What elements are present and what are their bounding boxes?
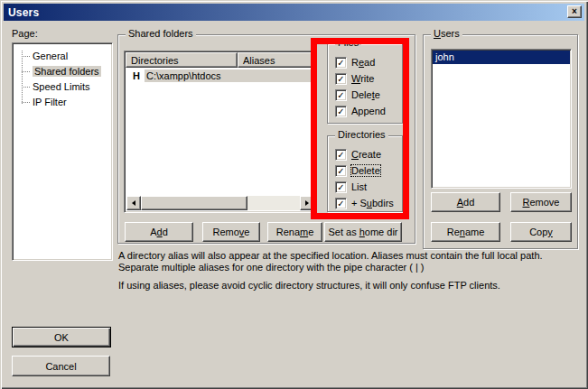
listview-header: Directories Aliases [126,52,315,68]
users-listbox[interactable]: john [431,49,572,189]
button-label: Cancel [45,361,76,372]
checkbox-label: Delete [351,165,380,176]
home-flag: H [133,70,145,81]
checkbox-delete-dir[interactable]: ✓ Delete [335,163,380,178]
page-item-label: General [33,51,68,61]
scrollbar-thumb[interactable] [141,196,247,210]
files-permissions-group: Files ✓ Read ✓ Write ✓ Delete ✓ Append [327,43,403,124]
set-as-home-dir-button[interactable]: Set as home dir [324,222,402,242]
checkbox-label: Append [351,106,386,116]
files-group-label: Files [335,37,361,49]
alias-note-1: A directory alias will also appear at th… [118,250,581,273]
page-label: Page: [12,28,38,39]
button-label: Add [150,227,168,237]
button-label: Remove [213,227,250,237]
button-label: Rename [447,227,485,237]
user-rename-button[interactable]: Rename [431,222,500,242]
folder-rename-button[interactable]: Rename [267,222,322,242]
users-group-label: Users [431,28,462,40]
scroll-left-button[interactable] [126,196,141,210]
checkbox-create[interactable]: ✓ Create [335,147,381,162]
page-item-speed-limits[interactable]: Speed Limits [13,79,112,95]
button-label: OK [54,332,69,343]
scroll-left-icon [129,200,135,206]
users-dialog: Users × Page: General Shared folders Spe… [0,0,588,389]
titlebar[interactable]: Users × [4,4,584,21]
page-item-ip-filter[interactable]: IP Filter [13,95,112,110]
checkbox-label: + Subdirs [351,198,394,208]
page-list: General Shared folders Speed Limits IP F… [12,42,113,261]
directory-row[interactable]: H C:\xampp\htdocs [126,69,314,83]
checkbox-icon: ✓ [335,181,347,193]
column-header-directories[interactable]: Directories [126,52,238,68]
dialog-title: Users [8,6,39,19]
checkbox-icon: ✓ [335,57,347,69]
scroll-right-button[interactable] [300,196,314,210]
checkbox-icon: ✓ [335,149,347,161]
button-label: Rename [276,227,314,237]
checkbox-label: Write [351,73,374,84]
button-label: Remove [523,197,560,208]
page-item-shared-folders[interactable]: Shared folders [13,64,112,79]
scrollbar-track[interactable] [247,196,300,210]
close-icon: × [572,7,577,16]
checkbox-icon: ✓ [335,89,347,101]
checkbox-delete-file[interactable]: ✓ Delete [335,88,380,102]
checkbox-label: Create [351,149,381,160]
button-label: Add [457,197,475,208]
checkbox-label: Delete [351,89,380,100]
folder-remove-button[interactable]: Remove [202,222,260,242]
checkbox-subdirs[interactable]: ✓ + Subdirs [335,196,394,210]
button-label: Copy [529,227,553,237]
user-remove-button[interactable]: Remove [510,192,572,212]
checkbox-append[interactable]: ✓ Append [335,104,386,118]
checkbox-write[interactable]: ✓ Write [335,71,374,86]
directory-path: C:\xampp\htdocs [145,69,312,82]
cancel-button[interactable]: Cancel [12,356,110,376]
horizontal-scrollbar[interactable] [126,196,314,210]
directories-group-label: Directories [335,129,388,141]
close-button[interactable]: × [567,5,582,18]
checkbox-list[interactable]: ✓ List [335,180,367,194]
scroll-right-icon [305,200,312,206]
page-item-label: IP Filter [33,97,67,107]
button-label: Set as home dir [328,227,397,237]
column-header-aliases[interactable]: Aliases [238,52,315,68]
user-add-button[interactable]: Add [431,192,500,212]
checkbox-label: Read [351,57,375,68]
checkbox-label: List [351,181,367,192]
alias-note-2: If using aliases, please avoid cyclic di… [118,280,581,292]
alias-notes: A directory alias will also appear at th… [118,250,581,292]
checkbox-read[interactable]: ✓ Read [335,55,375,69]
users-group: Users john Add Remove Rename Copy [423,34,578,249]
page-item-label: Shared folders [33,66,101,77]
shared-folders-group-label: Shared folders [126,28,196,40]
ok-button[interactable]: OK [12,327,111,347]
user-copy-button[interactable]: Copy [510,222,572,242]
checkbox-icon: ✓ [335,106,347,117]
directories-listview[interactable]: Directories Aliases H C:\xampp\htdocs [124,51,317,213]
page-item-label: Speed Limits [33,81,90,92]
page-item-general[interactable]: General [13,49,112,64]
checkbox-icon: ✓ [335,198,347,209]
folder-add-button[interactable]: Add [125,222,193,242]
user-item-john[interactable]: john [433,51,570,64]
directories-permissions-group: Directories ✓ Create ✓ Delete ✓ List ✓ +… [327,135,403,212]
checkbox-icon: ✓ [335,165,347,177]
checkbox-icon: ✓ [335,73,347,85]
